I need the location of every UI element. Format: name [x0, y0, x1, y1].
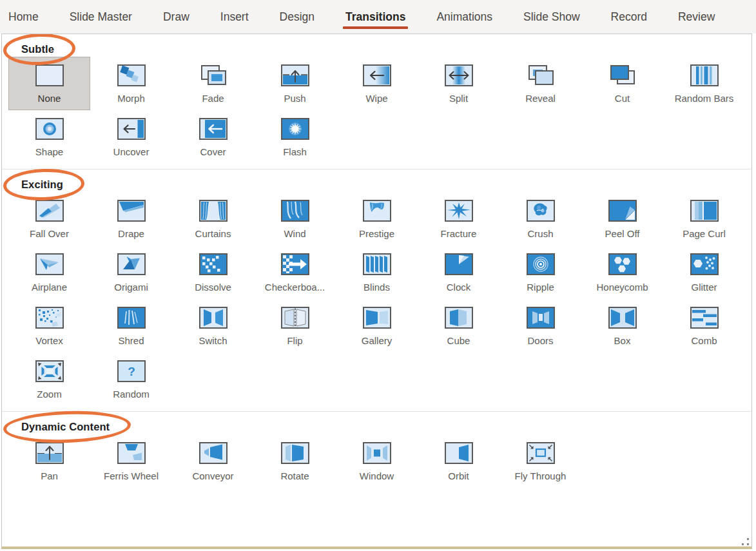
transition-window[interactable]: Window	[336, 434, 418, 488]
transition-random[interactable]: ?Random	[90, 353, 172, 406]
transition-airplane[interactable]: Airplane	[8, 246, 90, 299]
transition-none[interactable]: None	[8, 57, 90, 110]
transition-label: Doors	[527, 335, 553, 346]
transition-flash[interactable]: Flash	[254, 110, 336, 164]
fall-over-icon	[35, 200, 64, 222]
tab-transitions[interactable]: Transitions	[345, 1, 406, 34]
transition-label: Zoom	[37, 389, 61, 400]
transition-vortex[interactable]: Vortex	[8, 299, 90, 353]
transition-push[interactable]: Push	[254, 57, 336, 110]
transition-cut[interactable]: Cut	[581, 57, 663, 110]
transition-comb[interactable]: Comb	[663, 299, 745, 353]
transition-orbit[interactable]: Orbit	[418, 434, 499, 488]
transition-shred[interactable]: Shred	[90, 299, 172, 353]
transition-fly-through[interactable]: Fly Through	[499, 434, 581, 488]
transition-label: Switch	[199, 335, 227, 346]
section-subtle: SubtleNoneMorphFadePushWipeSplitRevealCu…	[2, 34, 751, 169]
tab-record[interactable]: Record	[610, 1, 648, 34]
transition-switch[interactable]: Switch	[172, 299, 254, 353]
tab-label: Slide Show	[523, 10, 580, 23]
transition-wind[interactable]: Wind	[254, 192, 336, 246]
cube-icon	[445, 307, 473, 329]
transition-label: Pan	[41, 470, 58, 481]
transition-ferris-wheel[interactable]: Ferris Wheel	[90, 434, 172, 488]
transition-label: Wipe	[365, 93, 387, 104]
push-icon	[281, 64, 309, 86]
tab-review[interactable]: Review	[677, 1, 715, 34]
tab-slide-master[interactable]: Slide Master	[69, 1, 133, 34]
transition-peel-off[interactable]: Peel Off	[581, 192, 663, 246]
tab-label: Record	[611, 10, 647, 23]
tab-animations[interactable]: Animations	[436, 1, 493, 34]
transition-shape[interactable]: Shape	[8, 110, 90, 164]
tab-label: Transitions	[345, 10, 405, 23]
transition-uncover[interactable]: Uncover	[90, 110, 172, 164]
transition-gallery[interactable]: Gallery	[336, 299, 418, 353]
transition-checkerboa[interactable]: Checkerboa...	[254, 246, 336, 299]
transition-clock[interactable]: Clock	[418, 246, 499, 299]
resize-grip-icon[interactable]	[742, 538, 750, 546]
transition-cube[interactable]: Cube	[418, 299, 499, 353]
transition-drape[interactable]: Drape	[90, 192, 172, 246]
peel-off-icon	[608, 200, 637, 222]
transition-cover[interactable]: Cover	[172, 110, 254, 164]
transition-wipe[interactable]: Wipe	[336, 57, 418, 110]
transition-curtains[interactable]: Curtains	[172, 192, 254, 246]
transition-pan[interactable]: Pan	[8, 434, 90, 488]
transition-fall-over[interactable]: Fall Over	[8, 192, 90, 246]
transition-label: Prestige	[359, 228, 394, 239]
transition-glitter[interactable]: Glitter	[663, 246, 745, 299]
glitter-icon	[690, 253, 719, 275]
transition-fade[interactable]: Fade	[172, 57, 254, 110]
transition-label: Rotate	[280, 470, 309, 481]
transition-zoom[interactable]: Zoom	[8, 353, 90, 406]
transition-fracture[interactable]: Fracture	[418, 192, 499, 246]
transition-prestige[interactable]: Prestige	[336, 192, 418, 246]
transition-label: Blinds	[363, 282, 390, 293]
transition-label: Ferris Wheel	[104, 470, 159, 481]
transition-label: Crush	[527, 228, 553, 239]
tab-design[interactable]: Design	[279, 1, 315, 34]
transition-label: Clock	[447, 282, 471, 293]
tab-label: Draw	[163, 10, 189, 23]
transition-label: Reveal	[525, 93, 556, 104]
transition-reveal[interactable]: Reveal	[499, 57, 581, 110]
tab-slide-show[interactable]: Slide Show	[523, 1, 581, 34]
transition-rotate[interactable]: Rotate	[254, 434, 336, 488]
tab-draw[interactable]: Draw	[162, 1, 190, 34]
rotate-icon	[281, 442, 309, 464]
section-title: Subtle	[21, 43, 54, 55]
transition-doors[interactable]: Doors	[499, 299, 581, 353]
tab-insert[interactable]: Insert	[220, 1, 249, 34]
transition-flip[interactable]: Flip	[254, 299, 336, 353]
transition-origami[interactable]: Origami	[90, 246, 172, 299]
transition-label: Box	[614, 335, 631, 346]
transition-split[interactable]: Split	[418, 57, 499, 110]
checkerboard-icon	[281, 253, 309, 275]
transition-honeycomb[interactable]: Honeycomb	[581, 246, 663, 299]
section-exciting: ExcitingFall OverDrapeCurtainsWindPresti…	[2, 169, 751, 411]
transition-blinds[interactable]: Blinds	[336, 246, 418, 299]
honeycomb-icon	[608, 253, 637, 275]
transition-label: Checkerboa...	[265, 282, 325, 293]
box-icon	[608, 307, 637, 329]
transition-box[interactable]: Box	[581, 299, 663, 353]
shape-icon	[35, 118, 64, 140]
prestige-icon	[363, 200, 391, 222]
transition-dissolve[interactable]: Dissolve	[172, 246, 254, 299]
origami-icon	[117, 253, 146, 275]
transition-label: Push	[284, 93, 305, 104]
transition-ripple[interactable]: Ripple	[499, 246, 581, 299]
transition-page-curl[interactable]: Page Curl	[663, 192, 745, 246]
cut-icon	[608, 64, 637, 86]
tab-home[interactable]: Home	[8, 1, 39, 34]
ripple-icon	[527, 253, 555, 275]
transition-label: Ripple	[527, 282, 554, 293]
transition-morph[interactable]: Morph	[90, 57, 172, 110]
transition-label: Glitter	[691, 282, 717, 293]
ferris-wheel-icon	[117, 442, 146, 464]
transition-crush[interactable]: Crush	[499, 192, 581, 246]
transition-conveyor[interactable]: Conveyor	[172, 434, 254, 488]
transition-random-bars[interactable]: Random Bars	[663, 57, 745, 110]
tab-label: Animations	[436, 10, 492, 23]
